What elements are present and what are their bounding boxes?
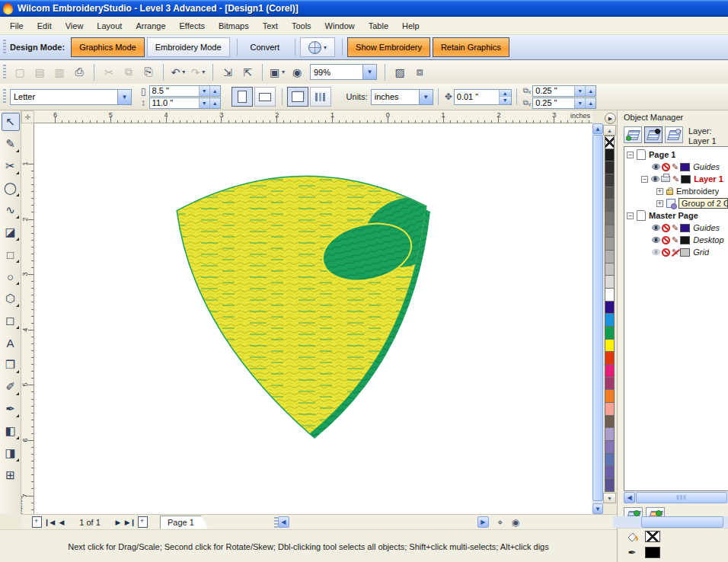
insert-design-button[interactable]: ⇲ bbox=[219, 63, 237, 81]
menu-window[interactable]: Window bbox=[318, 18, 362, 34]
export-design-button[interactable]: ⇱ bbox=[238, 63, 257, 81]
design-canvas[interactable] bbox=[34, 123, 592, 514]
spin-up-icon[interactable]: ▲ bbox=[209, 98, 220, 108]
show-design-button[interactable]: ▣▾ bbox=[268, 63, 286, 81]
add-page-after-button[interactable] bbox=[138, 516, 148, 528]
edit-icon[interactable]: ✎ bbox=[672, 163, 679, 171]
units-combo[interactable]: ▼ bbox=[371, 89, 433, 105]
color-swatch-16[interactable] bbox=[605, 339, 615, 353]
next-page-button[interactable]: ▶ bbox=[112, 516, 124, 528]
fill-tool[interactable]: ◧ bbox=[2, 422, 20, 440]
embroidery-design[interactable] bbox=[34, 123, 592, 514]
menu-text[interactable]: Text bbox=[256, 18, 285, 34]
chevron-down-icon[interactable]: ▾ bbox=[282, 69, 285, 75]
menu-effects[interactable]: Effects bbox=[173, 18, 212, 34]
collapse-icon[interactable]: − bbox=[641, 176, 648, 183]
scrollbar-thumb[interactable] bbox=[592, 135, 603, 501]
all-pages-button[interactable] bbox=[287, 87, 308, 107]
chevron-down-icon[interactable]: ▾ bbox=[182, 69, 185, 75]
color-swatch-8[interactable] bbox=[605, 237, 615, 251]
zoom-tool[interactable]: ◯ bbox=[2, 179, 20, 197]
portrait-button[interactable] bbox=[231, 87, 253, 107]
spin-up-icon[interactable]: ▲ bbox=[499, 90, 511, 97]
spin-down-icon[interactable]: ▼ bbox=[199, 98, 209, 108]
blend-tool[interactable]: ❒ bbox=[2, 356, 20, 374]
print-icon[interactable] bbox=[661, 176, 670, 182]
page-width-input[interactable] bbox=[150, 86, 199, 95]
expand-icon[interactable]: + bbox=[656, 188, 663, 195]
toolbar-grip[interactable] bbox=[3, 65, 6, 80]
bitmap-button[interactable]: ▨ bbox=[391, 63, 409, 81]
tree-row-layer-1[interactable]: −✎Layer 1 bbox=[624, 173, 728, 185]
basic-shapes-tool[interactable]: ◻ bbox=[2, 311, 20, 330]
table-tool[interactable]: ⊞ bbox=[2, 466, 20, 484]
no-color-swatch[interactable] bbox=[605, 136, 615, 149]
layer-color-swatch[interactable] bbox=[680, 163, 690, 171]
zoom-page-button[interactable]: ◉ bbox=[508, 516, 523, 528]
no-print-icon[interactable] bbox=[662, 236, 670, 244]
color-swatch-26[interactable] bbox=[605, 465, 615, 479]
menu-file[interactable]: File bbox=[3, 18, 30, 34]
retain-graphics-button[interactable]: Retain Graphics bbox=[433, 37, 509, 57]
eyedropper-tool[interactable]: ✐ bbox=[2, 378, 20, 396]
spin-up-icon[interactable]: ▲ bbox=[209, 86, 220, 96]
freehand-tool[interactable]: ∿ bbox=[2, 201, 20, 219]
text-tool[interactable]: A bbox=[2, 334, 20, 352]
color-swatch-20[interactable] bbox=[605, 389, 615, 403]
grid-settings-button[interactable]: ⧈ bbox=[410, 63, 429, 81]
edit-icon[interactable]: ✎ bbox=[672, 236, 679, 244]
spin-down-icon[interactable]: ▼ bbox=[574, 86, 585, 96]
zoom-level-input[interactable] bbox=[311, 68, 362, 77]
toolbar-grip[interactable] bbox=[3, 40, 6, 55]
horizontal-scrollbar[interactable]: ◀ ▶ bbox=[278, 515, 493, 529]
visibility-icon[interactable] bbox=[652, 237, 660, 243]
no-print-icon[interactable] bbox=[662, 224, 670, 232]
layer-color-swatch[interactable] bbox=[681, 175, 691, 184]
spin-down-icon[interactable]: ▼ bbox=[499, 97, 511, 104]
color-swatch-11[interactable] bbox=[605, 275, 615, 289]
color-swatch-27[interactable] bbox=[605, 478, 615, 492]
menu-tools[interactable]: Tools bbox=[285, 18, 318, 34]
color-swatch-13[interactable] bbox=[605, 301, 615, 315]
menu-bitmaps[interactable]: Bitmaps bbox=[212, 18, 256, 34]
tree-row-page-1[interactable]: −Page 1 bbox=[624, 148, 728, 161]
layer-color-swatch[interactable] bbox=[680, 248, 690, 257]
page-tab[interactable]: Page 1 bbox=[160, 516, 209, 529]
no-edit-icon[interactable]: ✎ bbox=[672, 248, 679, 257]
color-swatch-4[interactable] bbox=[605, 187, 615, 200]
visibility-icon[interactable] bbox=[652, 249, 660, 255]
visibility-icon[interactable] bbox=[652, 164, 660, 170]
no-print-icon[interactable] bbox=[662, 163, 670, 171]
menu-view[interactable]: View bbox=[59, 18, 91, 34]
color-swatch-7[interactable] bbox=[605, 225, 615, 238]
fill-color-swatch[interactable] bbox=[645, 531, 660, 542]
zoom-level-combo[interactable]: ▼ bbox=[310, 64, 377, 80]
print-button[interactable]: ⎙ bbox=[70, 63, 88, 81]
tree-row-embroidery[interactable]: +Embroidery bbox=[624, 185, 728, 197]
expand-icon[interactable]: + bbox=[656, 200, 663, 207]
convert-button[interactable]: Convert bbox=[242, 37, 289, 57]
object-manager-hscrollbar[interactable]: ◀ ⦀⦀⦀ bbox=[624, 492, 728, 503]
collapse-icon[interactable]: − bbox=[627, 152, 634, 158]
nudge-field[interactable]: ▲ ▼ bbox=[454, 89, 512, 105]
color-swatch-19[interactable] bbox=[605, 377, 615, 391]
graphics-mode-button[interactable]: Graphics Mode bbox=[71, 37, 145, 57]
scroll-up-icon[interactable]: ▲ bbox=[592, 123, 603, 134]
chevron-down-icon[interactable]: ▼ bbox=[362, 65, 376, 79]
paper-size-combo[interactable]: ▼ bbox=[10, 89, 132, 105]
color-swatch-21[interactable] bbox=[605, 402, 615, 416]
outline-color-swatch[interactable] bbox=[645, 547, 660, 558]
last-page-button[interactable]: ▶❙ bbox=[124, 516, 136, 528]
pan-button[interactable]: ⌖ bbox=[493, 516, 508, 528]
scroll-left-icon[interactable]: ◀ bbox=[624, 492, 635, 503]
no-print-icon[interactable] bbox=[662, 248, 670, 257]
chevron-down-icon[interactable]: ▼ bbox=[117, 90, 131, 104]
page-width-field[interactable]: ▼ ▲ bbox=[149, 85, 221, 97]
first-page-button[interactable]: ❙◀ bbox=[43, 516, 56, 528]
color-swatch-3[interactable] bbox=[605, 174, 615, 187]
interactive-fill-tool[interactable]: ◨ bbox=[2, 444, 20, 462]
layer-color-swatch[interactable] bbox=[680, 224, 690, 232]
duplicate-x-input[interactable] bbox=[533, 86, 574, 95]
edit-across-layers-button[interactable] bbox=[644, 126, 663, 143]
smart-fill-tool[interactable]: ◪ bbox=[2, 223, 20, 241]
